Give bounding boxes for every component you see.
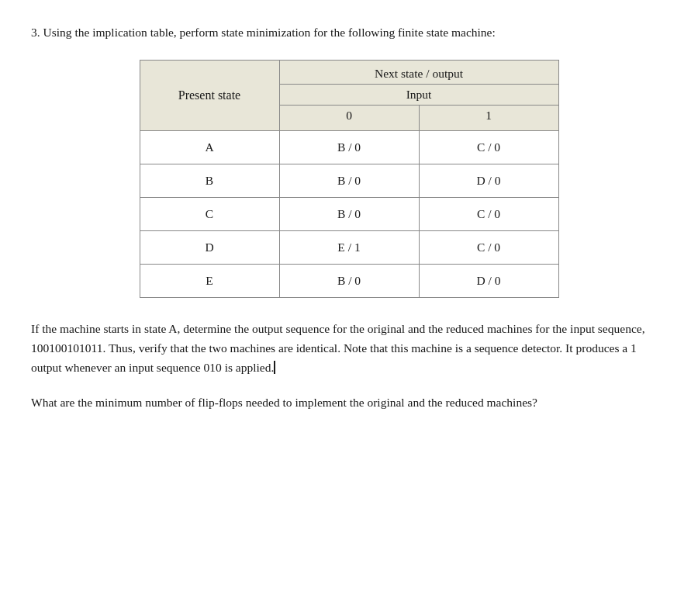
state-cell-a: A (140, 131, 279, 164)
next0-cell-e: B / 0 (279, 265, 419, 298)
fsm-table-container: Present state Next state / output Input … (31, 60, 667, 298)
next1-cell-c: C / 0 (419, 198, 558, 231)
table-row: EB / 0D / 0 (140, 265, 558, 298)
input-header: Input (279, 85, 558, 106)
table-row: BB / 0D / 0 (140, 164, 558, 198)
present-state-header: Present state (140, 61, 279, 131)
next1-cell-e: D / 0 (419, 265, 558, 298)
table-row: AB / 0C / 0 (140, 131, 558, 164)
next1-cell-b: D / 0 (419, 164, 558, 198)
next0-cell-b: B / 0 (279, 164, 419, 198)
next0-cell-d: E / 1 (279, 231, 419, 265)
table-row: DE / 1C / 0 (140, 231, 558, 265)
next0-cell-c: B / 0 (279, 198, 419, 231)
state-cell-b: B (140, 164, 279, 198)
paragraph-1: If the machine starts in state A, determ… (31, 320, 667, 377)
question-intro: 3. Using the implication table, perform … (31, 23, 667, 41)
col-1-header: 1 (419, 106, 558, 131)
state-cell-c: C (140, 198, 279, 231)
paragraph-2: What are the minimum number of flip-flop… (31, 393, 667, 413)
fsm-table-body: AB / 0C / 0BB / 0D / 0CB / 0C / 0DE / 1C… (140, 131, 558, 298)
header-row-1: Present state Next state / output (140, 61, 558, 85)
table-row: CB / 0C / 0 (140, 198, 558, 231)
state-cell-e: E (140, 265, 279, 298)
next1-cell-d: C / 0 (419, 231, 558, 265)
col-0-header: 0 (279, 106, 419, 131)
state-cell-d: D (140, 231, 279, 265)
next0-cell-a: B / 0 (279, 131, 419, 164)
next1-cell-a: C / 0 (419, 131, 558, 164)
fsm-table: Present state Next state / output Input … (140, 60, 559, 298)
next-state-output-header: Next state / output (279, 61, 558, 85)
